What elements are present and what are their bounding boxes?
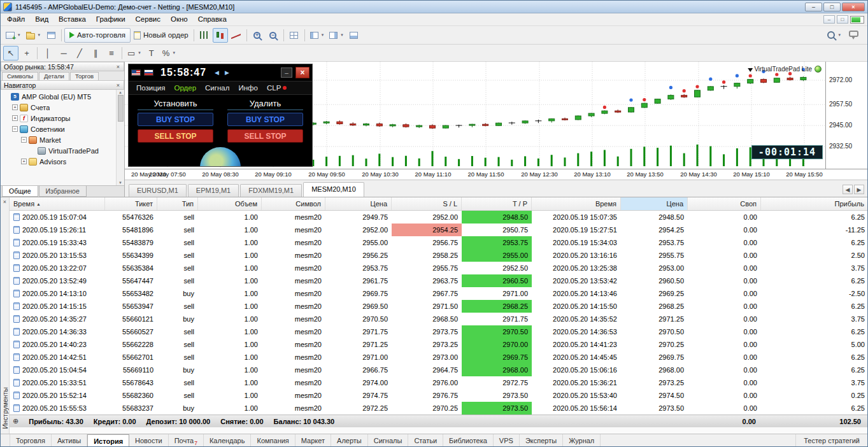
tree-item-indicators[interactable]: +fИндикаторы [1, 113, 124, 124]
chart-tab-mesm20-m10[interactable]: MESM20,M10 [303, 182, 364, 197]
column-header-tp[interactable]: T / P [462, 197, 532, 210]
restore-button[interactable]: □ [823, 3, 841, 11]
menu-view[interactable]: Вид [30, 13, 53, 25]
table-row[interactable]: 2020.05.20 13:15:5355634399sell1.00mesm2… [10, 249, 867, 262]
menu-window[interactable]: Окно [166, 13, 193, 25]
scroll-down-icon[interactable]: ▼ [118, 181, 122, 185]
navigator-toggle-button[interactable]: ▾ [327, 28, 346, 43]
arrows-tool-button[interactable]: %▾ [160, 46, 178, 60]
market-watch-close-button[interactable]: × [115, 64, 121, 70]
vtp-tab-position[interactable]: Позиция [132, 83, 169, 93]
chart-candles-button[interactable] [213, 28, 228, 43]
vtp-prev-icon[interactable]: ◀ [213, 69, 220, 76]
tree-item-virtualtradepad[interactable]: VirtualTradePad [1, 145, 124, 156]
title-bar[interactable]: 1145495 - AMPGlobalEU-Demo: Демо-счет - … [1, 1, 867, 13]
scroll-left-icon[interactable]: ◀ [843, 185, 853, 194]
community-chat-button[interactable] [846, 28, 861, 43]
menu-insert[interactable]: Вставка [53, 13, 91, 25]
tree-item-accounts[interactable]: +Счета [1, 102, 124, 113]
chart-tab-epm19-m1[interactable]: EPM19,M1 [188, 184, 239, 197]
navigator-close-button[interactable]: × [115, 82, 121, 89]
profiles-button[interactable]: ▾ [24, 28, 43, 43]
toolbox-close-button[interactable]: × [3, 197, 6, 205]
table-row[interactable]: 2020.05.19 15:26:1155481896sell1.00mesm2… [10, 223, 867, 236]
table-row[interactable]: 2020.05.20 14:35:2755660121buy1.00mesm20… [10, 313, 867, 325]
expander-icon[interactable]: − [21, 137, 27, 143]
bottom-tab-experts[interactable]: Эксперты [520, 434, 563, 447]
scroll-right-icon[interactable]: ▶ [854, 185, 864, 194]
expander-icon[interactable]: + [21, 159, 27, 164]
column-header-profit[interactable]: Прибыль [761, 197, 868, 210]
column-header-swap[interactable]: Своп [688, 197, 761, 210]
bottom-tab-signals[interactable]: Сигналы [368, 434, 409, 447]
trendline-tool-button[interactable]: ╱ [72, 46, 87, 60]
price-axis[interactable]: 2972.002957.502945.002932.50 [825, 62, 867, 169]
sell-stop-set-button[interactable]: SELL STOP [138, 129, 213, 143]
column-header-close_time[interactable]: Время [532, 197, 621, 210]
bottom-tab-articles[interactable]: Статьи [408, 434, 443, 447]
navigator-header[interactable]: Навигатор × [1, 80, 124, 90]
column-header-sl[interactable]: S / L [392, 197, 462, 210]
vtp-minimize-button[interactable]: – [281, 67, 292, 78]
tree-item-account-root[interactable]: 5AMP Global (EU) MT5 [1, 91, 124, 102]
bottom-tab-history[interactable]: История [87, 434, 129, 447]
column-header-volume[interactable]: Объем [198, 197, 262, 210]
tree-item-experts[interactable]: −Советники [1, 124, 124, 134]
time-axis[interactable]: 20 May 202020 May 07:5020 May 08:3020 Ma… [125, 169, 867, 180]
mdi-restore-button[interactable]: □ [837, 15, 848, 24]
market-watch-tab-symbols[interactable]: Символы [2, 72, 38, 80]
bottom-tab-trade[interactable]: Торговля [10, 434, 52, 447]
bottom-tab-mail[interactable]: Почта7 [169, 434, 204, 447]
market-watch-tab-trading[interactable]: Торгов [70, 72, 99, 80]
vtp-tab-order[interactable]: Ордер [170, 83, 200, 93]
sidebar-tab-favorites[interactable]: Избранное [39, 186, 87, 197]
chart-line-button[interactable] [229, 28, 244, 43]
expander-icon[interactable]: − [12, 126, 18, 132]
vtp-set-column-label[interactable]: Установить [138, 99, 213, 110]
new-order-button[interactable]: Новый ордер [131, 28, 191, 43]
window-layout-button[interactable] [43, 28, 59, 43]
market-watch-toggle-button[interactable]: ▾ [308, 28, 327, 43]
bottom-tab-calendar[interactable]: Календарь [204, 434, 252, 447]
vtp-next-icon[interactable]: ▶ [224, 69, 231, 76]
column-header-price[interactable]: Цена [325, 197, 392, 210]
scrollbar-thumb[interactable] [118, 95, 124, 122]
bottom-tab-company[interactable]: Компания [251, 434, 295, 447]
data-window-button[interactable] [346, 28, 362, 43]
menu-file[interactable]: Файл [2, 13, 30, 25]
table-row[interactable]: 2020.05.20 15:52:1455682360sell1.00mesm2… [10, 389, 867, 402]
expander-icon[interactable]: + [12, 104, 18, 110]
bottom-tab-journal[interactable]: Журнал [563, 434, 601, 447]
autotrade-button[interactable]: Авто-торговля [64, 28, 131, 43]
horizontal-line-tool-button[interactable]: ─ [56, 46, 71, 60]
table-row[interactable]: 2020.05.20 14:40:2355662228sell1.00mesm2… [10, 338, 867, 351]
menu-service[interactable]: Сервис [131, 13, 166, 25]
text-tool-button[interactable]: T [144, 46, 159, 60]
chart-canvas[interactable]: 2972.002957.502945.002932.50 VirtualTrad… [125, 62, 867, 169]
table-row[interactable]: 2020.05.19 15:33:4355483879sell1.00mesm2… [10, 236, 867, 249]
table-row[interactable]: 2020.05.20 13:22:0755635384sell1.00mesm2… [10, 262, 867, 274]
new-chart-button[interactable]: ▾ [3, 28, 23, 43]
minimize-button[interactable]: – [805, 3, 822, 11]
cursor-tool-button[interactable]: ↖ [3, 46, 18, 60]
table-row[interactable]: 2020.05.20 14:13:1055653482buy1.00mesm20… [10, 287, 867, 300]
table-row[interactable]: 2020.05.20 13:52:4955647447sell1.00mesm2… [10, 274, 867, 287]
zoom-out-button[interactable]: − [266, 28, 281, 43]
vtp-tab-info[interactable]: Инфо [234, 83, 261, 93]
tree-item-market[interactable]: −Market [1, 134, 124, 145]
expander-icon[interactable]: + [12, 115, 18, 121]
menu-charts[interactable]: Графики [91, 13, 131, 25]
bottom-tab-library[interactable]: Библиотека [443, 434, 494, 447]
table-row[interactable]: 2020.05.20 15:33:5155678643sell1.00mesm2… [10, 376, 867, 389]
bottom-tab-news[interactable]: Новости [129, 434, 169, 447]
search-button[interactable]: ▾ [825, 28, 843, 43]
vertical-line-tool-button[interactable]: │ [40, 46, 55, 60]
expand-icon[interactable]: ⊕ [13, 417, 18, 425]
vtp-tab-clp[interactable]: CLP [263, 83, 290, 93]
vtp-tab-signal[interactable]: Сигнал [201, 83, 233, 93]
sidebar-tab-common[interactable]: Общие [2, 186, 38, 197]
buy-stop-delete-button[interactable]: BUY STOP [227, 113, 303, 126]
mdi-minimize-button[interactable]: – [823, 15, 835, 24]
column-header-type[interactable]: Тип [157, 197, 198, 210]
bottom-tab-alerts[interactable]: Алерты [331, 434, 368, 447]
